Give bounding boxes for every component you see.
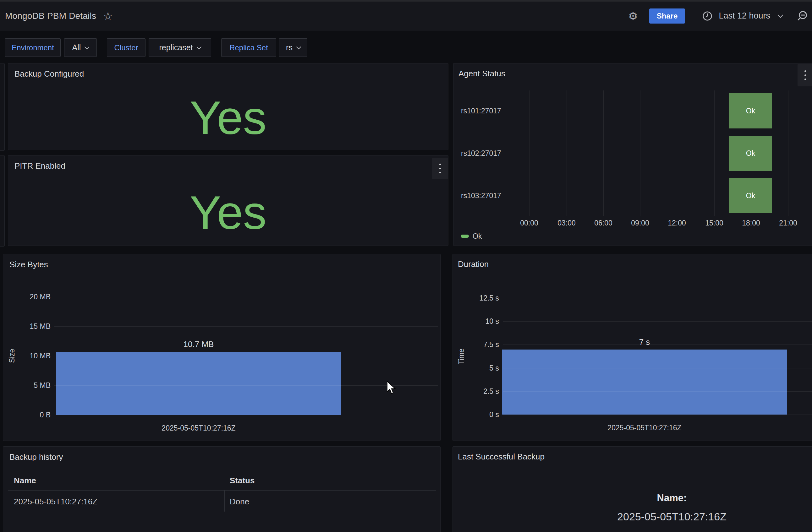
- stat-value: Yes: [8, 188, 448, 238]
- x-axis-tick: 03:00: [548, 219, 585, 227]
- gridline: [529, 90, 530, 216]
- panel-title[interactable]: Last Successful Backup: [458, 452, 545, 461]
- size-bar: [56, 352, 341, 415]
- state-block-ok: Ok: [729, 178, 772, 213]
- gridline: [677, 90, 677, 216]
- x-axis-tick: 12:00: [658, 219, 696, 227]
- panel-title[interactable]: Duration: [458, 260, 489, 269]
- share-button[interactable]: Share: [649, 9, 685, 24]
- gridline: [503, 321, 812, 322]
- last-backup-name-label: Name:: [546, 492, 798, 504]
- gridline: [640, 90, 640, 216]
- legend-item-ok[interactable]: Ok: [461, 232, 482, 240]
- y-axis-tick: 10 s: [458, 317, 499, 326]
- x-axis-tick: 09:00: [621, 219, 659, 227]
- filter-cluster-label: Cluster: [107, 38, 145, 57]
- timeline-row-label: rs102:27017: [461, 149, 501, 158]
- y-axis-tick: 0 B: [10, 411, 50, 419]
- panel-pitr-enabled: PITR Enabled Yes: [8, 155, 448, 246]
- replicaset-label-text: Replica Set: [229, 43, 268, 52]
- state-block-ok: Ok: [729, 136, 772, 171]
- table-column-divider: [224, 490, 225, 512]
- filter-environment-dropdown[interactable]: All: [64, 38, 97, 57]
- table-header-status[interactable]: Status: [230, 476, 255, 485]
- y-axis-tick: 7.5 s: [458, 340, 499, 349]
- y-axis-tick: 15 MB: [10, 322, 50, 331]
- panel-title[interactable]: Backup Configured: [14, 69, 84, 78]
- bar-value-label: 10.7 MB: [136, 339, 261, 349]
- table-cell-name: 2025-05-05T10:27:16Z: [14, 497, 98, 506]
- time-range-label: Last 12 hours: [719, 11, 770, 21]
- clock-icon: [702, 11, 712, 21]
- favorite-star-icon[interactable]: ☆: [103, 11, 113, 21]
- state-block-ok: Ok: [729, 93, 772, 129]
- panel-backup-configured: Backup Configured Yes: [8, 63, 448, 150]
- clipped-panel-edge: [0, 63, 5, 151]
- panel-size-bytes: Size Bytes Size 20 MB 15 MB 10 MB 5 MB 0…: [3, 254, 440, 441]
- chevron-down-icon: [197, 44, 201, 49]
- filter-cluster-dropdown[interactable]: replicaset: [149, 38, 211, 57]
- y-axis-tick: 0 s: [458, 410, 499, 419]
- table-cell-status: Done: [230, 497, 249, 506]
- chevron-down-icon: [296, 44, 301, 49]
- grafana-dashboard: MongoDB PBM Details ☆ ⚙ Share Last 12 ho…: [0, 0, 812, 532]
- zoom-out-icon[interactable]: [796, 10, 808, 22]
- gridline: [788, 90, 788, 216]
- panel-title[interactable]: Agent Status: [459, 69, 505, 78]
- bar-value-label: 7 s: [582, 337, 707, 347]
- gridline: [54, 326, 438, 327]
- gridline: [54, 356, 438, 356]
- panel-menu-kebab-icon[interactable]: [432, 158, 448, 179]
- x-axis-tick: 06:00: [584, 219, 622, 227]
- dashboard-toolbar: MongoDB PBM Details ☆ ⚙ Share Last 12 ho…: [0, 2, 812, 30]
- x-axis-tick: 18:00: [732, 219, 770, 227]
- filter-replicaset-dropdown[interactable]: rs: [279, 38, 307, 57]
- gridline: [503, 415, 812, 415]
- duration-bar: [502, 350, 787, 415]
- chevron-down-icon: [778, 12, 783, 18]
- gridline: [54, 297, 438, 297]
- cluster-label-text: Cluster: [114, 43, 138, 52]
- chevron-down-icon: [85, 44, 89, 49]
- x-axis-tick: 2025-05-05T10:27:16Z: [120, 424, 277, 432]
- y-axis-tick: 20 MB: [10, 292, 50, 301]
- filter-replicaset-label: Replica Set: [221, 38, 276, 57]
- gridline: [603, 90, 604, 216]
- gridline: [503, 368, 812, 368]
- panel-title[interactable]: PITR Enabled: [14, 161, 66, 171]
- y-axis-tick: 10 MB: [10, 351, 50, 360]
- legend-label: Ok: [473, 232, 482, 240]
- gridline: [567, 90, 567, 216]
- panel-menu-kebab-icon[interactable]: [798, 64, 812, 86]
- y-axis-tick: 12.5 s: [458, 294, 499, 302]
- filter-environment-label: Environment: [5, 38, 61, 57]
- replicaset-value-text: rs: [286, 43, 293, 52]
- y-axis-tick: 5 s: [458, 364, 499, 372]
- table-header-name[interactable]: Name: [14, 476, 36, 485]
- panel-title[interactable]: Size Bytes: [10, 260, 48, 269]
- toolbar-divider: [694, 8, 694, 24]
- environment-label-text: Environment: [12, 43, 54, 52]
- time-range-picker[interactable]: Last 12 hours: [702, 11, 782, 21]
- gridline: [503, 391, 812, 391]
- settings-gear-icon[interactable]: ⚙: [628, 11, 638, 21]
- environment-value-text: All: [72, 43, 81, 52]
- panel-backup-history: Backup history Name Status 2025-05-05T10…: [3, 446, 440, 532]
- cluster-value-text: replicaset: [159, 43, 193, 52]
- x-axis-tick: 2025-05-05T10:27:16Z: [566, 423, 723, 432]
- mouse-cursor: [387, 381, 397, 395]
- y-axis-tick: 2.5 s: [458, 387, 499, 396]
- dashboard-title[interactable]: MongoDB PBM Details: [5, 11, 96, 21]
- timeline-row-label: rs101:27017: [461, 106, 501, 115]
- gridline: [503, 298, 812, 298]
- clipped-panel-edge: [0, 155, 5, 247]
- x-axis-tick: 21:00: [769, 219, 807, 227]
- gridline: [54, 385, 438, 386]
- last-backup-name-value: 2025-05-05T10:27:16Z: [546, 510, 798, 523]
- panel-title[interactable]: Backup history: [10, 452, 63, 462]
- legend-color-pill: [461, 235, 469, 238]
- timeline-row-label: rs103:27017: [461, 191, 501, 200]
- x-axis-tick: 15:00: [695, 219, 733, 227]
- x-axis-tick: 00:00: [510, 219, 548, 227]
- stat-value: Yes: [8, 93, 448, 143]
